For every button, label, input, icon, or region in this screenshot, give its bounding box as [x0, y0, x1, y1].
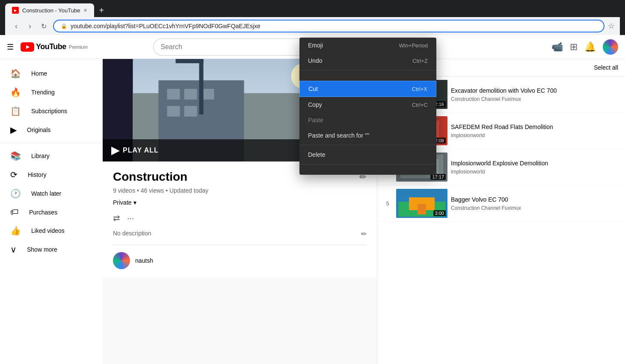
context-item-copy[interactable]: Cut Ctrl+X — [299, 81, 436, 97]
copy-label: Cut — [308, 85, 318, 92]
paste-search-label: Paste — [308, 117, 323, 123]
context-item-edit-search[interactable] — [299, 166, 436, 175]
paste-shortcut: Ctrl+C — [412, 102, 428, 108]
separator-2 — [299, 145, 436, 145]
copy-shortcut: Ctrl+X — [412, 86, 427, 92]
context-item-emoji[interactable]: Emoji Win+Period — [299, 38, 436, 53]
context-menu: Emoji Win+Period Undo Ctrl+Z Cut Ctrl+X … — [299, 38, 436, 175]
context-item-delete[interactable]: Paste and search for "" — [299, 128, 436, 143]
separator-1 — [299, 70, 436, 70]
emoji-label: Emoji — [308, 42, 323, 49]
context-item-select-all[interactable]: Delete — [299, 147, 436, 162]
context-item-undo[interactable]: Undo Ctrl+Z — [299, 53, 436, 68]
select-all-label: Delete — [308, 151, 325, 158]
emoji-shortcut: Win+Period — [399, 42, 428, 49]
context-item-paste-search[interactable]: Paste — [299, 112, 436, 128]
context-menu-overlay[interactable]: Emoji Win+Period Undo Ctrl+Z Cut Ctrl+X … — [0, 0, 625, 364]
context-item-cut[interactable] — [299, 72, 436, 81]
paste-label: Copy — [308, 101, 322, 108]
delete-label: Paste and search for "" — [308, 132, 369, 139]
undo-shortcut: Ctrl+Z — [412, 58, 428, 64]
context-item-paste[interactable]: Copy Ctrl+C — [299, 97, 436, 112]
undo-label: Undo — [308, 57, 322, 64]
separator-3 — [299, 164, 436, 164]
